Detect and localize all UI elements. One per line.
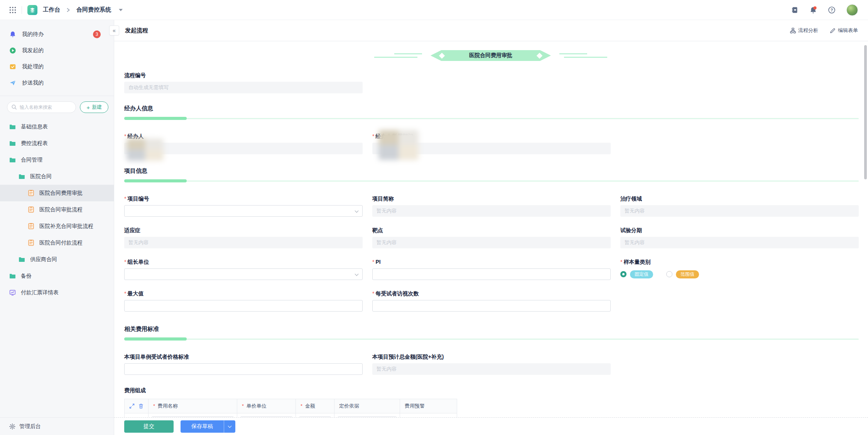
save-draft-dropdown-button[interactable] <box>224 420 235 433</box>
delete-row-icon[interactable] <box>138 403 144 409</box>
submit-button[interactable]: 提交 <box>124 420 174 433</box>
tree-item-hospital-supplement-contract-approval[interactable]: 医院补充合同审批流程 <box>0 218 114 234</box>
field-unit-price-standard: 本项目单例受试者价格标准 <box>124 354 363 375</box>
sidebar-search-input[interactable] <box>7 101 76 113</box>
tree-item-base-info-tables[interactable]: 基础信息表 <box>0 118 114 135</box>
app-switch-caret-icon[interactable] <box>119 9 123 11</box>
tree-item-hospital-contract-fee-approval[interactable]: 医院合同费用审批 <box>0 185 114 201</box>
save-draft-button[interactable]: 保存草稿 <box>181 420 224 433</box>
project-no-select[interactable] <box>124 205 363 217</box>
vertical-scrollbar[interactable] <box>864 45 867 179</box>
new-form-button[interactable]: + 新建 <box>80 101 108 113</box>
task-check-icon <box>9 63 16 70</box>
collapse-sidebar-button[interactable]: « <box>109 25 119 35</box>
field-estimated-total: 本项目预计总金额(医院+补充) 暂无内容 <box>372 354 611 375</box>
sidebar-item-cc-me[interactable]: 抄送我的 <box>0 75 114 91</box>
tree-item-payment-draft-detail-table[interactable]: 付款汇票详情表 <box>0 284 114 301</box>
user-avatar[interactable] <box>846 4 858 16</box>
notification-bell-icon[interactable] <box>809 6 817 14</box>
field-label: 最大值 <box>127 290 144 297</box>
breadcrumb-workspace[interactable]: 工作台 <box>43 6 60 13</box>
form-icon <box>28 190 34 196</box>
dashboard-icon <box>9 289 16 296</box>
field-label: 每受试者访视次数 <box>375 290 419 297</box>
field-label: 本项目单例受试者价格标准 <box>124 354 189 360</box>
plus-icon: + <box>86 105 90 110</box>
sidebar-item-my-initiated[interactable]: 我发起的 <box>0 42 114 59</box>
app-grid-icon[interactable] <box>9 7 16 13</box>
folder-icon <box>9 273 16 279</box>
folder-icon <box>9 157 16 163</box>
sidebar-item-my-handled[interactable]: 我处理的 <box>0 59 114 75</box>
chevron-down-icon <box>355 272 359 276</box>
redacted-value-blur <box>378 130 419 160</box>
contacts-book-icon[interactable] <box>791 6 799 14</box>
trial-phase-input: 暂无内容 <box>620 237 859 248</box>
form-icon <box>28 239 34 246</box>
section-title-fee: 相关费用标准 <box>124 325 859 333</box>
unit-price-input[interactable] <box>124 363 363 375</box>
breadcrumb-app-name[interactable]: 合同费控系统 <box>76 6 111 13</box>
gear-icon <box>9 423 15 430</box>
field-sample-type: *样本量类别 固定值 范围值 <box>620 259 859 280</box>
field-trial-phase: 试验分期 暂无内容 <box>620 227 859 248</box>
field-leader-unit: *组长单位 <box>124 259 363 280</box>
form-canvas: 医院合同费用审批 流程编号 自动生成无需填写 经办人信息 *经办人 * <box>114 41 868 417</box>
pi-input[interactable] <box>372 268 611 280</box>
todo-bell-icon <box>9 31 16 38</box>
diamond-icon <box>439 52 445 59</box>
workflow-strip: 医院合同费用审批 <box>124 50 857 61</box>
column-header-fee-warning: 费用预警 <box>400 399 457 413</box>
max-value-input[interactable] <box>124 300 363 312</box>
leader-unit-select[interactable] <box>124 268 363 280</box>
tree-item-backup[interactable]: 备份 <box>0 268 114 284</box>
chevron-double-left-icon: « <box>113 27 116 34</box>
help-icon[interactable]: ? <box>828 6 836 14</box>
field-max-value: *最大值 <box>124 290 363 312</box>
tree-item-supplier-contract[interactable]: 供应商合同 <box>0 251 114 268</box>
project-short-input: 暂无内容 <box>372 205 611 217</box>
therapy-area-input: 暂无内容 <box>620 205 859 217</box>
field-pi: *PI <box>372 259 611 280</box>
field-project-no: *项目编号 <box>124 196 363 217</box>
radio-option-fixed-value[interactable]: 固定值 <box>620 270 653 278</box>
edit-form-link[interactable]: 编辑表单 <box>830 27 858 34</box>
indication-input: 暂无内容 <box>124 237 363 248</box>
tree-item-hospital-contract[interactable]: 医院合同 <box>0 168 114 185</box>
sidebar-item-my-todo[interactable]: 我的待办 3 <box>0 26 114 42</box>
section-title-handler: 经办人信息 <box>124 105 859 112</box>
section-bar <box>124 117 859 120</box>
tree-item-hospital-contract-payment-flow[interactable]: 医院合同付款流程 <box>0 234 114 251</box>
expand-subform-icon[interactable] <box>129 403 135 409</box>
workflow-current-node[interactable]: 医院合同费用审批 <box>431 50 551 61</box>
field-label: 靶点 <box>372 227 383 233</box>
breadcrumb-chevron-icon <box>66 8 70 12</box>
chevron-down-icon <box>355 209 359 213</box>
admin-console-link[interactable]: 管理后台 <box>0 417 114 435</box>
visits-per-subject-input[interactable] <box>372 300 611 312</box>
radio-unselected-icon <box>666 271 672 277</box>
radio-option-range-value[interactable]: 范围值 <box>666 270 699 278</box>
flow-decoration-left <box>374 53 424 58</box>
field-label: PI <box>375 259 380 265</box>
estimated-total-input: 暂无内容 <box>372 363 611 375</box>
section-bar <box>124 337 859 341</box>
todo-count-badge: 3 <box>93 30 101 38</box>
app-logo-icon[interactable] <box>27 5 37 15</box>
tree-item-contract-management[interactable]: 合同管理 <box>0 152 114 168</box>
field-label: 项目简称 <box>372 196 394 202</box>
radio-selected-icon <box>620 271 627 277</box>
topbar-divider <box>22 6 22 14</box>
tree-item-hospital-contract-approval-flow[interactable]: 医院合同审批流程 <box>0 201 114 218</box>
flow-analysis-link[interactable]: 流程分析 <box>790 27 818 34</box>
row-number: 1 <box>125 413 149 418</box>
section-title-project: 项目信息 <box>124 167 859 175</box>
folder-icon <box>19 173 25 180</box>
field-label: 组长单位 <box>127 259 149 265</box>
search-icon <box>11 104 17 110</box>
sidebar-item-label: 我处理的 <box>22 63 44 70</box>
field-visits-per-subject: *每受试者访视次数 <box>372 290 611 312</box>
field-therapy-area: 治疗领域 暂无内容 <box>620 196 859 217</box>
tree-item-cost-control-flows[interactable]: 费控流程表 <box>0 135 114 152</box>
field-process-no: 流程编号 自动生成无需填写 <box>124 72 363 93</box>
